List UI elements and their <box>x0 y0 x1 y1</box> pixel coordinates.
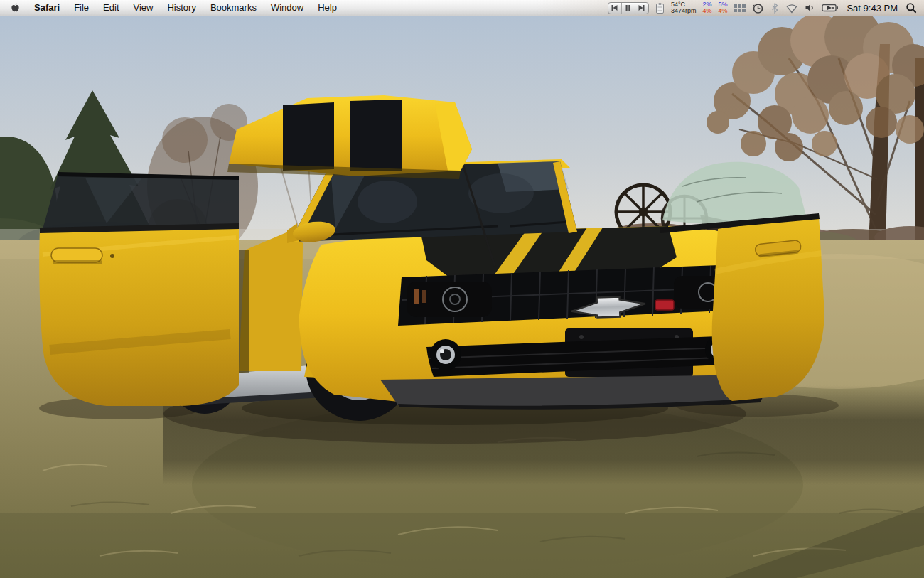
menu-help[interactable]: Help <box>311 0 344 16</box>
cpu-status-2[interactable]: 5% 4% <box>718 1 727 14</box>
apple-menu[interactable] <box>0 0 27 16</box>
driver-door <box>39 172 239 406</box>
temperature-fan-status[interactable]: 54°C 3474rpm <box>671 1 697 14</box>
pause-icon[interactable] <box>621 3 635 14</box>
cpu1-bottom-value: 4% <box>702 8 711 14</box>
airport-icon[interactable] <box>785 3 798 14</box>
wallpaper-camaro <box>0 16 924 578</box>
bluetooth-icon[interactable] <box>770 2 779 14</box>
headlight-left <box>407 282 492 317</box>
media-controls-widget[interactable] <box>608 2 649 14</box>
time-machine-icon[interactable] <box>752 2 764 14</box>
menu-file[interactable]: File <box>67 0 96 16</box>
menu-window[interactable]: Window <box>264 0 311 16</box>
next-track-icon[interactable] <box>635 3 648 14</box>
spotlight-icon[interactable] <box>906 2 917 14</box>
battery-icon[interactable] <box>822 3 839 13</box>
menu-safari[interactable]: Safari <box>27 0 67 16</box>
spaces-grid-icon[interactable] <box>734 4 746 12</box>
previous-track-icon[interactable] <box>608 3 621 14</box>
cpu2-bottom-value: 4% <box>718 8 727 14</box>
apple-icon <box>10 2 21 14</box>
desktop[interactable]: Safari File Edit View History Bookmarks … <box>0 0 924 578</box>
volume-icon[interactable] <box>805 3 815 13</box>
fog-lamp-left <box>430 339 461 370</box>
menu-clock[interactable]: Sat 9:43 PM <box>845 3 899 14</box>
menu-bookmarks[interactable]: Bookmarks <box>203 0 264 16</box>
rs-badge <box>655 300 674 310</box>
menu-edit[interactable]: Edit <box>96 0 126 16</box>
menu-history[interactable]: History <box>160 0 203 16</box>
menu-bar: Safari File Edit View History Bookmarks … <box>0 0 924 16</box>
menu-bar-left: Safari File Edit View History Bookmarks … <box>0 0 344 16</box>
menu-bar-status: 54°C 3474rpm 2% 4% 5% 4% <box>608 0 924 16</box>
menu-view[interactable]: View <box>127 0 161 16</box>
fan-speed-value: 3474rpm <box>671 8 697 14</box>
clipboard-icon[interactable] <box>655 2 665 14</box>
cpu-status-1[interactable]: 2% 4% <box>702 1 711 14</box>
